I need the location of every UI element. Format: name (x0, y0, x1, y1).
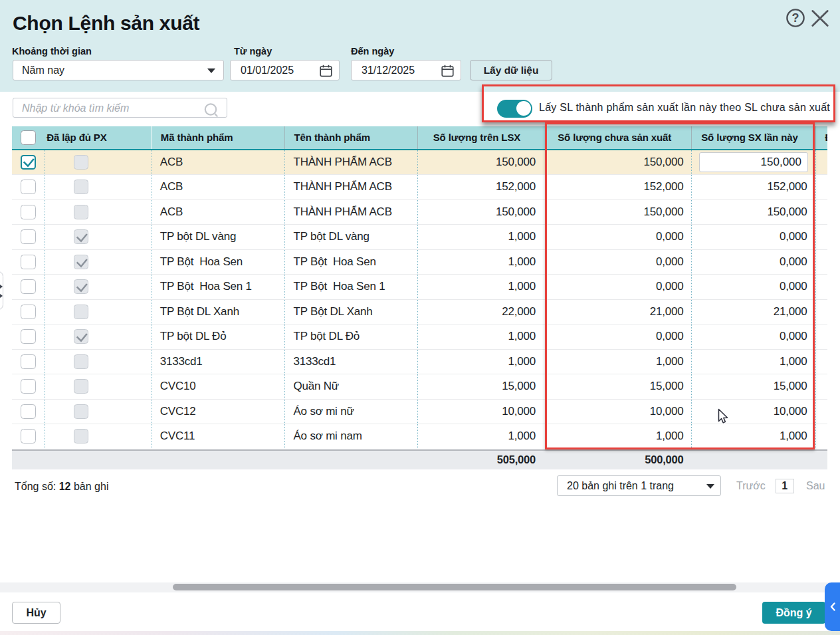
svg-text:?: ? (792, 11, 799, 25)
